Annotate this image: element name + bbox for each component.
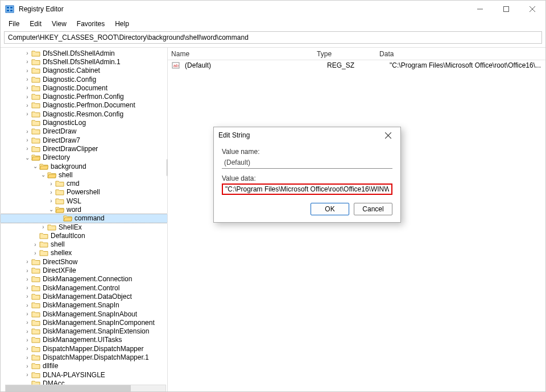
chevron-right-icon[interactable]: › xyxy=(23,311,31,317)
tree-item[interactable]: ›shellex xyxy=(1,249,167,257)
cancel-button[interactable]: Cancel xyxy=(354,203,392,215)
folder-icon xyxy=(31,127,40,135)
column-type[interactable]: Type xyxy=(313,50,376,58)
chevron-right-icon[interactable]: › xyxy=(23,355,31,361)
menu-file[interactable]: File xyxy=(4,19,24,29)
chevron-right-icon[interactable]: › xyxy=(47,189,55,195)
chevron-right-icon[interactable]: › xyxy=(23,76,31,82)
tree-item[interactable]: ›DiskManagement.Connection xyxy=(1,275,167,283)
tree-pane[interactable]: ›DfsShell.DfsShellAdmin›DfsShell.DfsShel… xyxy=(1,47,168,392)
tree-item[interactable]: ›DirectShow xyxy=(1,257,167,266)
tree-item[interactable]: ›DiskManagement.DataObject xyxy=(1,292,167,301)
tree-item[interactable]: ›WSL xyxy=(1,197,167,205)
tree-item[interactable]: ›DirectDrawClipper xyxy=(1,144,167,153)
chevron-right-icon[interactable]: › xyxy=(23,285,31,291)
chevron-right-icon[interactable]: › xyxy=(23,258,31,265)
chevron-right-icon[interactable]: › xyxy=(39,224,47,230)
menu-view[interactable]: View xyxy=(47,19,71,29)
chevron-down-icon[interactable]: ⌄ xyxy=(31,163,39,169)
tree-item[interactable]: ›cmd xyxy=(1,179,167,187)
tree-item[interactable]: ›Diagnostic.Config xyxy=(1,75,167,84)
tree-item[interactable]: ›DiskManagement.SnapIn xyxy=(1,301,167,310)
tree-item[interactable]: ›DiskManagement.SnapInComponent xyxy=(1,318,167,327)
chevron-right-icon[interactable]: › xyxy=(23,302,31,308)
column-data[interactable]: Data xyxy=(376,50,545,58)
tree-item[interactable]: ›Diagnostic.Cabinet xyxy=(1,66,167,75)
chevron-right-icon[interactable]: › xyxy=(23,68,31,74)
tree-item[interactable]: ›DispatchMapper.DispatchMapper xyxy=(1,344,167,353)
tree-item[interactable]: ›DefaultIcon xyxy=(1,231,167,240)
tree-item[interactable]: ›DirectDraw xyxy=(1,127,167,136)
chevron-right-icon[interactable]: › xyxy=(23,293,31,299)
scrollbar-thumb[interactable] xyxy=(6,385,131,392)
chevron-right-icon[interactable]: › xyxy=(23,85,31,91)
close-button[interactable] xyxy=(519,1,545,18)
chevron-right-icon[interactable]: › xyxy=(23,128,31,135)
folder-icon xyxy=(31,66,40,74)
tree-item[interactable]: ›DiskManagement.Control xyxy=(1,283,167,292)
minimize-button[interactable] xyxy=(467,1,493,18)
tree-item[interactable]: ›Diagnostic.Perfmon.Document xyxy=(1,101,167,110)
chevron-right-icon[interactable]: › xyxy=(23,145,31,152)
chevron-right-icon[interactable]: › xyxy=(23,319,31,326)
chevron-right-icon[interactable]: › xyxy=(23,59,31,65)
ok-button[interactable]: OK xyxy=(311,203,349,215)
chevron-right-icon[interactable]: › xyxy=(23,337,31,343)
tree-item[interactable]: ›DfsShell.DfsShellAdmin.1 xyxy=(1,57,167,66)
tree-item[interactable]: ›command xyxy=(1,214,167,223)
tree-item[interactable]: ›DirectDraw7 xyxy=(1,136,167,144)
chevron-right-icon[interactable]: › xyxy=(23,268,31,274)
column-name[interactable]: Name xyxy=(168,50,313,58)
chevron-right-icon[interactable]: › xyxy=(23,102,31,109)
menu-help[interactable]: Help xyxy=(110,19,134,29)
dialog-titlebar[interactable]: Edit String xyxy=(214,127,400,143)
tree-item[interactable]: ›DispatchMapper.DispatchMapper.1 xyxy=(1,353,167,361)
chevron-right-icon[interactable]: › xyxy=(23,50,31,56)
chevron-right-icon[interactable]: › xyxy=(23,372,31,378)
chevron-right-icon[interactable]: › xyxy=(23,363,31,369)
tree-item[interactable]: ›DiagnosticLog xyxy=(1,118,167,127)
chevron-right-icon[interactable]: › xyxy=(31,250,39,256)
chevron-down-icon[interactable]: ⌄ xyxy=(39,172,47,178)
tree-item[interactable]: ›Diagnostic.Perfmon.Config xyxy=(1,92,167,101)
splitter-handle[interactable] xyxy=(167,159,168,176)
tree-item[interactable]: ⌄background xyxy=(1,162,167,170)
tree-item[interactable]: ›dllfile xyxy=(1,362,167,370)
chevron-right-icon[interactable]: › xyxy=(31,241,39,248)
tree-item[interactable]: ⌄Directory xyxy=(1,153,167,162)
tree-item[interactable]: ›Diagnostic.Document xyxy=(1,84,167,92)
chevron-right-icon[interactable]: › xyxy=(23,137,31,143)
address-bar[interactable]: Computer\HKEY_CLASSES_ROOT\Directory\bac… xyxy=(4,31,542,44)
value-name-field[interactable]: (Default) xyxy=(222,157,392,169)
tree-item[interactable]: ›ShellEx xyxy=(1,223,167,231)
value-row[interactable]: ab (Default) REG_SZ "C:\Program Files\Mi… xyxy=(168,60,545,70)
chevron-right-icon[interactable]: › xyxy=(47,181,55,187)
tree-item[interactable]: ›DfsShell.DfsShellAdmin xyxy=(1,49,167,57)
tree-item[interactable]: ›shell xyxy=(1,240,167,249)
tree-item[interactable]: ›DiskManagement.UITasks xyxy=(1,336,167,344)
chevron-down-icon[interactable]: ⌄ xyxy=(47,206,55,212)
chevron-right-icon[interactable]: › xyxy=(23,345,31,352)
tree-item[interactable]: ›DirectXFile xyxy=(1,266,167,274)
tree-item[interactable]: ›Powershell xyxy=(1,188,167,197)
tree-item[interactable]: ›DiskManagement.SnapInAbout xyxy=(1,310,167,318)
menu-favorites[interactable]: Favorites xyxy=(72,19,109,29)
tree-item[interactable]: ›DiskManagement.SnapInExtension xyxy=(1,327,167,336)
chevron-right-icon[interactable]: › xyxy=(23,94,31,100)
value-data-input[interactable] xyxy=(222,184,392,195)
chevron-right-icon[interactable]: › xyxy=(23,111,31,117)
menu-edit[interactable]: Edit xyxy=(25,19,46,29)
maximize-button[interactable] xyxy=(493,1,519,18)
tree-item[interactable]: ⌄word xyxy=(1,205,167,214)
chevron-right-icon[interactable]: › xyxy=(23,276,31,282)
tree-item[interactable]: ›DLNA-PLAYSINGLE xyxy=(1,370,167,379)
tree-item[interactable]: ›Diagnostic.Resmon.Config xyxy=(1,110,167,118)
folder-icon xyxy=(31,275,40,283)
chevron-right-icon[interactable]: › xyxy=(23,328,31,335)
chevron-right-icon[interactable]: › xyxy=(47,198,55,204)
dialog-close-button[interactable] xyxy=(380,127,396,143)
tree-item[interactable]: ⌄shell xyxy=(1,170,167,179)
horizontal-scrollbar[interactable] xyxy=(5,385,166,392)
registry-tree[interactable]: ›DfsShell.DfsShellAdmin›DfsShell.DfsShel… xyxy=(1,49,167,392)
chevron-down-icon[interactable]: ⌄ xyxy=(23,155,31,161)
